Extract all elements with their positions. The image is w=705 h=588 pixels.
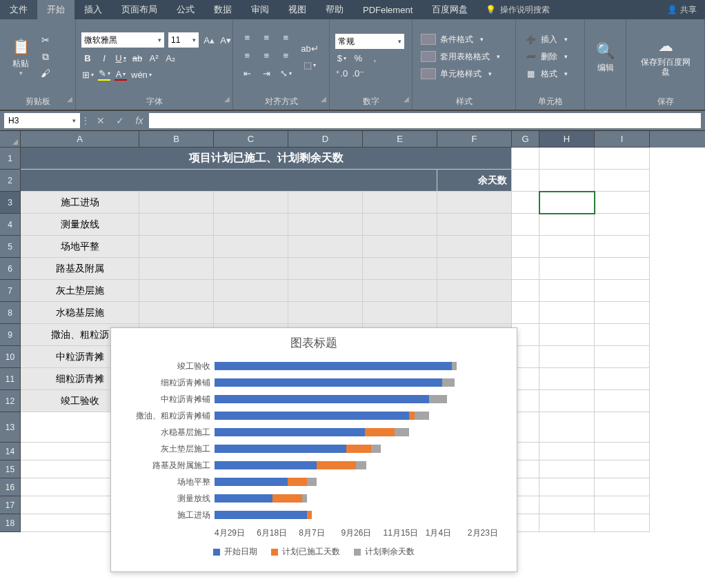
cell[interactable] — [437, 258, 512, 280]
fill-color-button[interactable]: ✎▾ — [98, 68, 110, 81]
cell[interactable] — [363, 280, 437, 302]
cell[interactable] — [288, 302, 363, 324]
row-header[interactable]: 7 — [0, 280, 21, 302]
border-button[interactable]: ⊞▾ — [81, 68, 94, 81]
superscript-button[interactable]: A² — [148, 52, 160, 64]
cell[interactable] — [595, 170, 650, 192]
row-header[interactable]: 2 — [0, 170, 21, 192]
align-middle-button[interactable]: ≡ — [258, 31, 275, 43]
row-header[interactable]: 9 — [0, 324, 21, 346]
format-cells-button[interactable]: ▦格式▾ — [522, 67, 570, 81]
row-header[interactable]: 8 — [0, 302, 21, 324]
cell-styles-button[interactable]: 单元格样式▾ — [418, 67, 503, 81]
cell[interactable] — [437, 280, 512, 302]
cell[interactable] — [539, 302, 595, 324]
cell[interactable] — [595, 460, 650, 478]
cell[interactable] — [539, 258, 595, 280]
cell[interactable] — [539, 236, 595, 258]
cut-button[interactable]: ✂ — [39, 34, 52, 46]
row-header[interactable]: 6 — [0, 258, 21, 280]
align-top-button[interactable]: ≡ — [239, 31, 255, 43]
cell[interactable] — [539, 443, 595, 460]
font-dialog-launcher[interactable]: ◢ — [224, 95, 230, 103]
cell[interactable] — [139, 302, 214, 324]
cell[interactable] — [595, 280, 650, 302]
align-bottom-button[interactable]: ≡ — [277, 31, 294, 43]
merge-center-button[interactable]: ⬚▾ — [301, 59, 318, 71]
select-all-corner[interactable] — [0, 131, 21, 148]
cell[interactable] — [539, 478, 595, 496]
cell[interactable]: 水稳基层施 — [21, 302, 139, 324]
tab-view[interactable]: 视图 — [279, 0, 316, 19]
cell[interactable]: 测量放线 — [21, 214, 139, 236]
cell[interactable] — [288, 280, 363, 302]
cell[interactable] — [139, 280, 214, 302]
increase-indent-button[interactable]: ⇥ — [258, 67, 275, 79]
cell[interactable] — [595, 346, 650, 368]
cell[interactable] — [595, 390, 650, 412]
subscript-button[interactable]: A₂ — [164, 52, 177, 64]
col-header-H[interactable]: H — [539, 131, 595, 148]
cell[interactable] — [214, 214, 288, 236]
cell[interactable] — [539, 192, 595, 214]
find-select-button[interactable]: 🔍 编辑 — [590, 39, 620, 77]
cell[interactable] — [595, 496, 650, 514]
cell[interactable] — [595, 236, 650, 258]
row-header[interactable]: 5 — [0, 236, 21, 258]
cell[interactable] — [363, 258, 437, 280]
cell[interactable] — [512, 170, 539, 192]
cell[interactable] — [539, 368, 595, 390]
row-header[interactable]: 4 — [0, 214, 21, 236]
cell[interactable] — [512, 192, 539, 214]
share-button[interactable]: 👤 共享 — [659, 0, 705, 19]
row-header[interactable]: 13 — [0, 412, 21, 443]
delete-cells-button[interactable]: ➖删除▾ — [522, 50, 570, 64]
tab-pdfelement[interactable]: PDFelement — [353, 0, 422, 19]
cell[interactable] — [214, 280, 288, 302]
italic-button[interactable]: I — [98, 52, 110, 64]
row-header[interactable]: 15 — [0, 460, 21, 478]
cell[interactable] — [512, 148, 539, 170]
cell[interactable] — [595, 148, 650, 170]
cell[interactable] — [595, 368, 650, 390]
cell[interactable] — [539, 514, 595, 532]
row-header[interactable]: 11 — [0, 368, 21, 390]
cell[interactable] — [437, 302, 512, 324]
embedded-chart[interactable]: 图表标题 竣工验收细粒沥青摊铺中粒沥青摊铺撒油、粗粒沥青摊铺水稳基层施工灰土垫层… — [110, 327, 517, 572]
tell-me[interactable]: 💡 操作说明搜索 — [477, 0, 558, 19]
cell[interactable] — [437, 236, 512, 258]
increase-decimal-button[interactable]: ⁺.0 — [335, 67, 348, 79]
cell[interactable] — [214, 258, 288, 280]
tab-insert[interactable]: 插入 — [75, 0, 112, 19]
cell[interactable]: 余天数 — [437, 170, 512, 192]
cell[interactable] — [539, 412, 595, 443]
conditional-formatting-button[interactable]: 条件格式▾ — [418, 32, 503, 47]
cell[interactable] — [288, 214, 363, 236]
fx-button[interactable]: fx — [130, 115, 149, 126]
cell[interactable] — [595, 514, 650, 532]
cell[interactable]: 施工进场 — [21, 192, 139, 214]
cell[interactable] — [214, 192, 288, 214]
cell[interactable] — [595, 258, 650, 280]
col-header-G[interactable]: G — [512, 131, 539, 148]
col-header-B[interactable]: B — [139, 131, 214, 148]
strikethrough-button[interactable]: ab — [131, 52, 143, 64]
cell[interactable] — [539, 324, 595, 346]
underline-button[interactable]: U▾ — [115, 52, 127, 64]
decrease-font-button[interactable]: A▾ — [219, 34, 232, 46]
currency-button[interactable]: $▾ — [335, 52, 348, 64]
cell[interactable] — [21, 170, 437, 192]
row-header[interactable]: 14 — [0, 443, 21, 460]
cell[interactable] — [214, 302, 288, 324]
align-center-button[interactable]: ≡ — [258, 49, 275, 61]
cell[interactable] — [363, 302, 437, 324]
tab-page-layout[interactable]: 页面布局 — [112, 0, 167, 19]
formula-input[interactable] — [149, 113, 701, 128]
cell[interactable] — [363, 214, 437, 236]
align-left-button[interactable]: ≡ — [239, 49, 255, 61]
bold-button[interactable]: B — [81, 52, 94, 64]
cell[interactable]: 路基及附属 — [21, 258, 139, 280]
wrap-text-button[interactable]: ab↵ — [301, 42, 318, 54]
cell[interactable] — [595, 214, 650, 236]
format-painter-button[interactable]: 🖌 — [39, 67, 52, 79]
